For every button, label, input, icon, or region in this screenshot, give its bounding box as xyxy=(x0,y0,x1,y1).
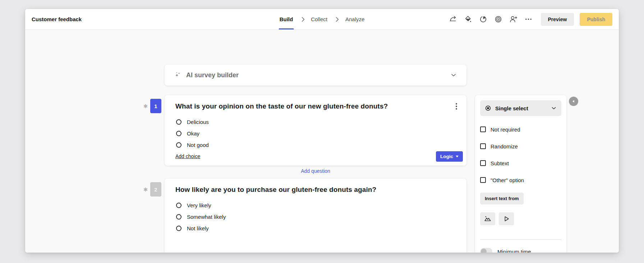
checkbox-icon[interactable] xyxy=(480,177,486,183)
radio-selected-icon xyxy=(484,105,492,112)
option-label: Not likely xyxy=(187,225,209,231)
arrow-left-icon xyxy=(571,99,576,104)
app-window: Customer feedback Build Collect Analyze xyxy=(25,9,619,253)
question-2-title[interactable]: How likely are you to purchase our glute… xyxy=(175,186,376,194)
question-card-2: How likely are you to purchase our glute… xyxy=(165,179,466,253)
question-1-options: Delicious Okay Not good xyxy=(165,110,466,151)
sparkles-icon xyxy=(174,71,182,79)
checkbox-label: Randomize xyxy=(491,143,518,149)
question-1-badge[interactable]: 1 xyxy=(150,99,161,113)
fill-color-icon[interactable] xyxy=(462,13,475,26)
checkbox-randomize[interactable]: Randomize xyxy=(480,143,561,150)
checkbox-icon[interactable] xyxy=(480,126,486,132)
chevron-right-icon xyxy=(299,17,304,22)
checkbox-subtext[interactable]: Subtext xyxy=(480,160,561,167)
checkbox-not-required[interactable]: Not required xyxy=(480,126,561,133)
question-2-badge[interactable]: 2 xyxy=(150,182,161,197)
option-label: Somewhat likely xyxy=(187,214,226,220)
question-1-title[interactable]: What is your opinion on the taste of our… xyxy=(175,102,388,110)
reset-progress-icon[interactable] xyxy=(477,13,490,26)
ai-survey-builder-bar[interactable]: AI survey builder xyxy=(165,65,466,86)
header-actions: Preview Publish xyxy=(447,13,613,26)
option-label: Very likely xyxy=(187,202,211,208)
answer-option[interactable]: Delicious xyxy=(176,116,466,128)
minimum-time-toggle-row[interactable]: Minimum time xyxy=(480,248,561,253)
question-settings-panel: Single select Not required Randomize Sub… xyxy=(475,95,566,253)
question-type-label: Single select xyxy=(495,105,528,111)
ai-builder-label: AI survey builder xyxy=(186,71,239,79)
answer-option[interactable]: Okay xyxy=(176,128,466,139)
checkbox-label: "Other" option xyxy=(491,177,524,183)
survey-title[interactable]: Customer feedback xyxy=(32,16,82,22)
collapse-panel-button[interactable] xyxy=(569,97,578,106)
target-icon[interactable] xyxy=(492,13,505,26)
checkbox-icon[interactable] xyxy=(480,160,486,166)
checkbox-label: Subtext xyxy=(491,160,509,166)
required-star[interactable]: ✱ xyxy=(143,186,148,193)
panel-divider xyxy=(480,239,561,240)
checkbox-other-option[interactable]: "Other" option xyxy=(480,176,561,184)
answer-option[interactable]: Somewhat likely xyxy=(176,211,466,222)
toggle-label: Minimum time xyxy=(497,249,531,253)
checkbox-label: Not required xyxy=(491,126,520,133)
tab-analyze[interactable]: Analyze xyxy=(345,9,364,29)
more-options-icon[interactable] xyxy=(522,13,535,26)
insert-text-from-button[interactable]: Insert text from xyxy=(480,193,524,204)
radio-icon[interactable] xyxy=(176,142,181,148)
add-choice-link[interactable]: Add choice xyxy=(175,153,200,159)
video-play-icon xyxy=(502,215,510,223)
builder-canvas: AI survey builder ✱ 1 What is your opini… xyxy=(25,30,619,253)
option-label: Not good xyxy=(187,142,209,148)
logic-button[interactable]: Logic xyxy=(436,151,463,162)
question-type-dropdown[interactable]: Single select xyxy=(480,100,561,116)
publish-button[interactable]: Publish xyxy=(580,13,612,26)
chevron-right-icon xyxy=(334,17,339,22)
radio-icon[interactable] xyxy=(176,203,181,208)
option-label: Okay xyxy=(187,130,199,137)
radio-icon[interactable] xyxy=(176,226,181,231)
option-label: Delicious xyxy=(187,119,209,125)
media-buttons xyxy=(480,212,561,225)
radio-icon[interactable] xyxy=(176,131,181,136)
preview-button[interactable]: Preview xyxy=(541,13,574,26)
checkbox-icon[interactable] xyxy=(480,143,486,149)
step-tabs: Build Collect Analyze xyxy=(280,9,365,29)
chevron-down-icon xyxy=(551,105,557,111)
tab-build[interactable]: Build xyxy=(280,9,293,29)
logic-label: Logic xyxy=(440,154,453,159)
toggle-off-icon[interactable] xyxy=(480,248,492,253)
redo-icon[interactable] xyxy=(447,13,460,26)
answer-option[interactable]: Very likely xyxy=(176,199,466,211)
radio-icon[interactable] xyxy=(176,119,181,125)
answer-option[interactable]: Not likely xyxy=(176,222,466,234)
top-header: Customer feedback Build Collect Analyze xyxy=(25,9,619,30)
radio-icon[interactable] xyxy=(176,214,181,220)
kebab-menu-icon[interactable] xyxy=(453,102,460,110)
add-person-icon[interactable] xyxy=(507,13,520,26)
tab-collect[interactable]: Collect xyxy=(311,9,327,29)
image-icon xyxy=(484,215,492,223)
caret-down-icon xyxy=(456,156,459,157)
answer-option[interactable]: Not good xyxy=(176,139,466,151)
add-question-link[interactable]: Add question xyxy=(165,168,466,174)
required-star[interactable]: ✱ xyxy=(143,103,148,110)
question-2-options: Very likely Somewhat likely Not likely xyxy=(165,194,466,234)
add-video-button[interactable] xyxy=(499,212,514,225)
question-card-1: What is your opinion on the taste of our… xyxy=(165,95,466,166)
add-image-button[interactable] xyxy=(480,212,495,225)
chevron-down-icon[interactable] xyxy=(450,71,457,79)
